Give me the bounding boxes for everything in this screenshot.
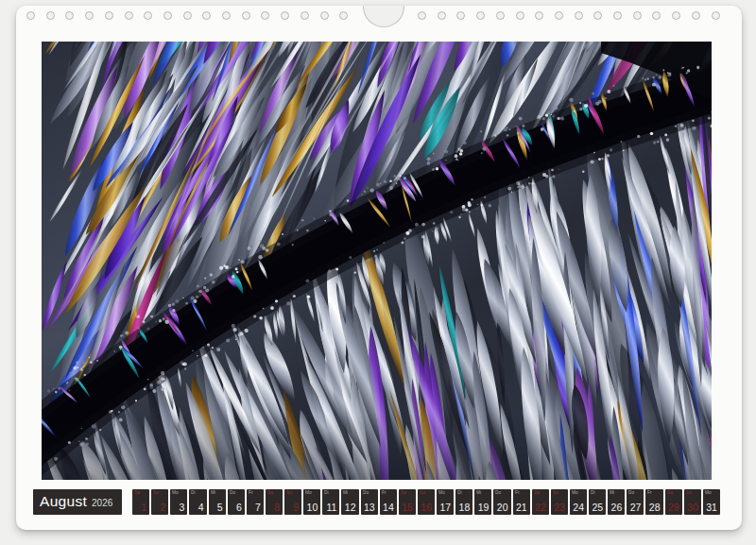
binding-hole-icon bbox=[163, 11, 172, 20]
month-name: August bbox=[40, 493, 87, 510]
day-cell: So30 bbox=[684, 489, 701, 515]
day-cell: Mi12 bbox=[341, 489, 358, 515]
weekday-abbr: Di bbox=[457, 490, 462, 495]
weekday-abbr: Di bbox=[591, 490, 595, 495]
day-cell: Di18 bbox=[455, 489, 472, 515]
day-number: 5 bbox=[217, 502, 223, 513]
weekday-abbr: Do bbox=[363, 490, 369, 495]
day-number: 26 bbox=[611, 502, 623, 513]
weekday-abbr: Mo bbox=[572, 490, 578, 495]
weekday-abbr: Mi bbox=[343, 490, 348, 495]
weekday-abbr: Fr bbox=[647, 490, 652, 495]
day-number: 28 bbox=[649, 502, 661, 513]
day-number: 29 bbox=[668, 502, 679, 513]
binding-hole-icon bbox=[555, 11, 563, 20]
weekday-abbr: Sa bbox=[667, 490, 673, 495]
binding-hole-icon bbox=[301, 11, 309, 20]
day-cell: Mo3 bbox=[170, 489, 187, 515]
weekday-abbr: So bbox=[686, 490, 692, 495]
weekday-abbr: Mi bbox=[476, 490, 481, 495]
day-cell: Mo10 bbox=[303, 489, 320, 515]
day-number: 17 bbox=[439, 502, 451, 513]
day-number: 2 bbox=[160, 502, 165, 513]
day-cell: Sa29 bbox=[665, 489, 682, 515]
binding-hole-icon bbox=[712, 11, 720, 20]
binding-hole-icon bbox=[633, 11, 642, 20]
crystal-artwork-image bbox=[42, 42, 712, 480]
day-cell: So23 bbox=[551, 489, 568, 515]
day-cell: Mo24 bbox=[570, 489, 587, 515]
weekday-abbr: Do bbox=[495, 490, 501, 495]
binding-hole-icon bbox=[496, 11, 505, 20]
day-cell: Mi26 bbox=[608, 489, 625, 515]
day-number: 11 bbox=[326, 502, 336, 513]
day-cell: Fr28 bbox=[645, 489, 662, 515]
binding-hole-icon bbox=[418, 11, 426, 20]
weekday-abbr: Mo bbox=[438, 490, 445, 495]
weekday-abbr: So bbox=[420, 490, 425, 495]
day-cell: Mi5 bbox=[209, 489, 226, 515]
binding-hole-icon bbox=[222, 11, 231, 20]
day-cell: Fr14 bbox=[380, 489, 397, 515]
day-cell: Di25 bbox=[589, 489, 606, 515]
day-number: 6 bbox=[236, 502, 242, 513]
binding-hole-icon bbox=[692, 11, 700, 20]
binding-hole-icon bbox=[125, 11, 133, 20]
day-number: 27 bbox=[630, 502, 642, 513]
binding-hole-icon bbox=[575, 11, 583, 20]
wall-calendar-photo: August 2026 Sa1So2Mo3Di4Mi5Do6Fr7Sa8So9M… bbox=[0, 0, 756, 545]
day-cell: Fr7 bbox=[247, 489, 264, 515]
day-cell: Mi19 bbox=[474, 489, 491, 515]
weekday-abbr: Di bbox=[191, 490, 196, 495]
day-cell: Sa1 bbox=[132, 489, 149, 515]
binding-hole-icon bbox=[46, 11, 55, 20]
weekday-abbr: Sa bbox=[134, 490, 140, 495]
weekday-abbr: Mi bbox=[610, 490, 614, 495]
day-strip: Sa1So2Mo3Di4Mi5Do6Fr7Sa8So9Mo10Di11Mi12D… bbox=[132, 489, 720, 515]
weekday-abbr: Mo bbox=[305, 490, 312, 495]
day-cell: Mo31 bbox=[703, 489, 720, 515]
binding-hole-icon bbox=[105, 11, 113, 20]
day-cell: Fr21 bbox=[513, 489, 530, 515]
binding-hole-icon bbox=[183, 11, 192, 20]
weekday-abbr: Mo bbox=[172, 490, 179, 495]
weekday-abbr: Mo bbox=[705, 490, 712, 495]
day-cell: Do20 bbox=[493, 489, 510, 515]
day-number: 1 bbox=[141, 502, 146, 513]
day-cell: Di11 bbox=[322, 489, 339, 515]
day-number: 9 bbox=[293, 502, 299, 513]
weekday-abbr: Fr bbox=[382, 490, 387, 495]
day-number: 15 bbox=[402, 502, 413, 513]
month-label: August 2026 bbox=[33, 489, 122, 515]
day-cell: So9 bbox=[284, 489, 301, 515]
binding-hole-icon bbox=[320, 11, 329, 20]
year-label: 2026 bbox=[92, 498, 112, 508]
weekday-abbr: So bbox=[153, 490, 159, 495]
day-number: 4 bbox=[198, 502, 204, 513]
day-cell: Do6 bbox=[228, 489, 245, 515]
day-number: 10 bbox=[307, 502, 318, 513]
weekday-abbr: So bbox=[286, 490, 292, 495]
weekday-abbr: So bbox=[553, 490, 558, 495]
day-cell: Mo17 bbox=[437, 489, 454, 515]
binding-hole-icon bbox=[438, 11, 446, 20]
day-number: 31 bbox=[706, 502, 717, 513]
weekday-abbr: Mi bbox=[211, 490, 215, 495]
day-number: 30 bbox=[687, 502, 698, 513]
day-number: 13 bbox=[364, 502, 375, 513]
day-cell: Sa8 bbox=[266, 489, 283, 515]
weekday-abbr: Fr bbox=[249, 490, 253, 495]
binding-hole-icon bbox=[516, 11, 524, 20]
day-number: 19 bbox=[478, 502, 490, 513]
weekday-abbr: Di bbox=[324, 490, 329, 495]
weekday-abbr: Sa bbox=[401, 490, 406, 495]
day-number: 21 bbox=[516, 502, 527, 513]
weekday-abbr: Sa bbox=[267, 490, 273, 495]
day-cell: Di4 bbox=[189, 489, 206, 515]
weekday-abbr: Do bbox=[628, 490, 634, 495]
day-number: 20 bbox=[497, 502, 508, 513]
day-number: 24 bbox=[573, 502, 584, 513]
day-number: 12 bbox=[345, 502, 356, 513]
day-number: 14 bbox=[383, 502, 394, 513]
day-number: 7 bbox=[255, 502, 261, 513]
